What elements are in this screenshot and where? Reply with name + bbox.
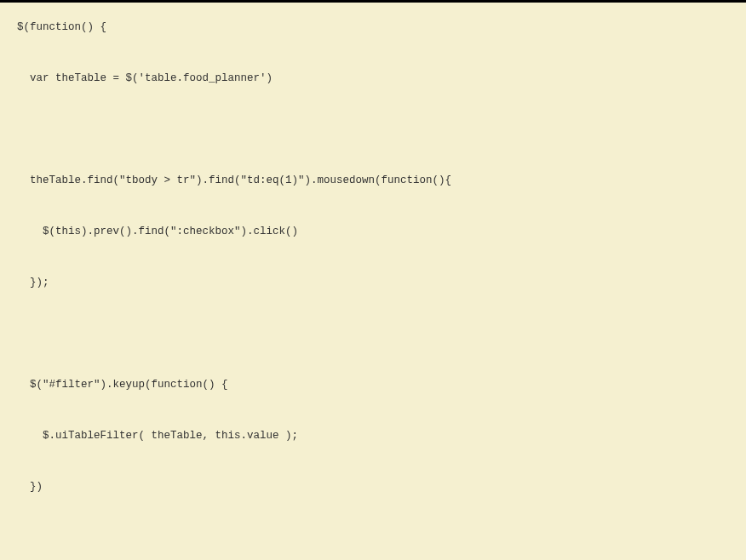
code-block: $(function() { var theTable = $('table.f… — [0, 3, 746, 560]
